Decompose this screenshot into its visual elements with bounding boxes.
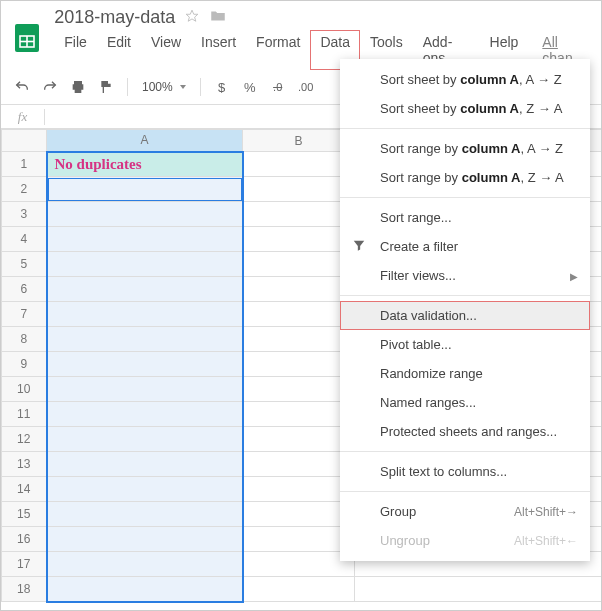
cell-B5[interactable] <box>243 252 355 277</box>
cell-A6[interactable] <box>47 277 243 302</box>
cell-A7[interactable] <box>47 302 243 327</box>
row-header[interactable]: 7 <box>2 302 47 327</box>
cell-A18[interactable] <box>47 577 243 602</box>
cell-B6[interactable] <box>243 277 355 302</box>
cell-A1[interactable]: No duplicates <box>47 152 243 177</box>
star-icon[interactable] <box>185 9 199 26</box>
cell-A4[interactable] <box>47 227 243 252</box>
row-header[interactable]: 2 <box>2 177 47 202</box>
cell-A2[interactable] <box>47 177 243 202</box>
row-header[interactable]: 11 <box>2 402 47 427</box>
menu-split-text[interactable]: Split text to columns... <box>340 457 590 486</box>
menu-sort-range[interactable]: Sort range... <box>340 203 590 232</box>
row-header[interactable]: 18 <box>2 577 47 602</box>
select-all-corner[interactable] <box>2 130 47 152</box>
cell-B16[interactable] <box>243 527 355 552</box>
menu-file[interactable]: File <box>54 30 97 70</box>
menu-edit[interactable]: Edit <box>97 30 141 70</box>
cell-A16[interactable] <box>47 527 243 552</box>
cell-B17[interactable] <box>243 552 355 577</box>
menu-randomize-range[interactable]: Randomize range <box>340 359 590 388</box>
menu-create-filter[interactable]: Create a filter <box>340 232 590 261</box>
cell[interactable] <box>355 577 603 602</box>
cell-B13[interactable] <box>243 452 355 477</box>
row-header[interactable]: 16 <box>2 527 47 552</box>
toolbar-separator <box>127 78 128 96</box>
menu-filter-views[interactable]: Filter views...▶ <box>340 261 590 290</box>
row-header[interactable]: 6 <box>2 277 47 302</box>
filter-icon <box>352 238 366 255</box>
menu-label: Ungroup <box>380 533 430 548</box>
menu-format[interactable]: Format <box>246 30 310 70</box>
row-header[interactable]: 12 <box>2 427 47 452</box>
row-header[interactable]: 14 <box>2 477 47 502</box>
cell-A3[interactable] <box>47 202 243 227</box>
cell-A13[interactable] <box>47 452 243 477</box>
cell-A15[interactable] <box>47 502 243 527</box>
cell-B8[interactable] <box>243 327 355 352</box>
menu-data-validation[interactable]: Data validation... <box>340 301 590 330</box>
menu-sort-sheet-az[interactable]: Sort sheet by column A, A → Z <box>340 65 590 94</box>
menu-named-ranges[interactable]: Named ranges... <box>340 388 590 417</box>
row-header[interactable]: 9 <box>2 352 47 377</box>
cell-A17[interactable] <box>47 552 243 577</box>
cell-B12[interactable] <box>243 427 355 452</box>
row-header[interactable]: 5 <box>2 252 47 277</box>
menu-insert[interactable]: Insert <box>191 30 246 70</box>
menu-group[interactable]: GroupAlt+Shift+→ <box>340 497 590 526</box>
menu-protected-sheets[interactable]: Protected sheets and ranges... <box>340 417 590 446</box>
paint-format-icon[interactable] <box>95 76 117 98</box>
row-header[interactable]: 13 <box>2 452 47 477</box>
cell-B3[interactable] <box>243 202 355 227</box>
column-header-B[interactable]: B <box>243 130 355 152</box>
decrease-decimal-button[interactable]: .0 <box>267 76 289 98</box>
shortcut-text: Alt+Shift+← <box>514 534 578 548</box>
menu-view[interactable]: View <box>141 30 191 70</box>
row-header[interactable]: 10 <box>2 377 47 402</box>
menu-separator <box>340 491 590 492</box>
menu-label: Named ranges... <box>380 395 476 410</box>
cell-A10[interactable] <box>47 377 243 402</box>
cell-B15[interactable] <box>243 502 355 527</box>
cell-A14[interactable] <box>47 477 243 502</box>
sheets-doc-icon[interactable] <box>9 20 44 56</box>
zoom-selector[interactable]: 100% <box>138 80 190 94</box>
cell-B11[interactable] <box>243 402 355 427</box>
cell-B9[interactable] <box>243 352 355 377</box>
currency-button[interactable]: $ <box>211 76 233 98</box>
row-header[interactable]: 17 <box>2 552 47 577</box>
row-header[interactable]: 3 <box>2 202 47 227</box>
menu-pivot-table[interactable]: Pivot table... <box>340 330 590 359</box>
row-header[interactable]: 4 <box>2 227 47 252</box>
row-header[interactable]: 15 <box>2 502 47 527</box>
cell-B14[interactable] <box>243 477 355 502</box>
cell-B1[interactable] <box>243 152 355 177</box>
row-header[interactable]: 8 <box>2 327 47 352</box>
undo-icon[interactable] <box>11 76 33 98</box>
menu-label: Sort range... <box>380 210 452 225</box>
cell-B2[interactable] <box>243 177 355 202</box>
cell-B18[interactable] <box>243 577 355 602</box>
cell-A9[interactable] <box>47 352 243 377</box>
cell-B10[interactable] <box>243 377 355 402</box>
toolbar-separator <box>200 78 201 96</box>
cell-A11[interactable] <box>47 402 243 427</box>
folder-icon[interactable] <box>209 7 227 28</box>
document-title[interactable]: 2018-may-data <box>54 7 175 28</box>
menu-sort-range-za[interactable]: Sort range by column A, Z → A <box>340 163 590 192</box>
column-header-A[interactable]: A <box>47 130 243 152</box>
cell-A5[interactable] <box>47 252 243 277</box>
redo-icon[interactable] <box>39 76 61 98</box>
menu-label: Filter views... <box>380 268 456 283</box>
menu-separator <box>340 197 590 198</box>
menu-sort-sheet-za[interactable]: Sort sheet by column A, Z → A <box>340 94 590 123</box>
row-header[interactable]: 1 <box>2 152 47 177</box>
print-icon[interactable] <box>67 76 89 98</box>
percent-button[interactable]: % <box>239 76 261 98</box>
increase-decimal-button[interactable]: .00 <box>295 76 317 98</box>
cell-B4[interactable] <box>243 227 355 252</box>
cell-A12[interactable] <box>47 427 243 452</box>
cell-A8[interactable] <box>47 327 243 352</box>
menu-sort-range-az[interactable]: Sort range by column A, A → Z <box>340 134 590 163</box>
cell-B7[interactable] <box>243 302 355 327</box>
